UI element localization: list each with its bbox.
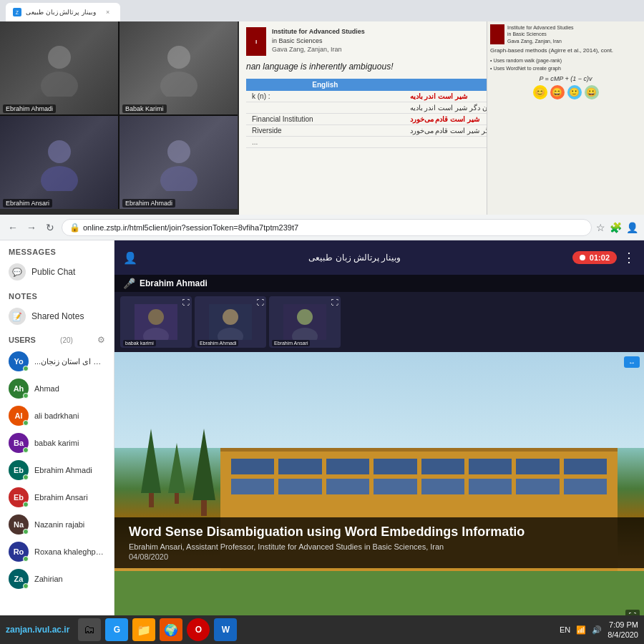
user-item-ebrahim-ahmadi[interactable]: Eb Ebrahim Ahmadi bbox=[0, 457, 114, 484]
taskbar-app-folder[interactable]: 📁 bbox=[132, 618, 155, 641]
sidebar-item-shared-notes[interactable]: 📝 Shared Notes bbox=[0, 303, 114, 329]
taskbar-app-files[interactable]: 🗂 bbox=[78, 618, 101, 641]
speaker-icon: 🔊 bbox=[592, 625, 602, 635]
taskbar-time: 7:09 PM 8/4/2020 bbox=[608, 620, 638, 640]
user-profile-icon[interactable]: 👤 bbox=[123, 251, 137, 265]
video-name-1: Ebrahim Ahmadi bbox=[3, 104, 56, 113]
users-count: (20) bbox=[60, 336, 73, 344]
user-item-ebrahim-ansari[interactable]: Eb Ebrahim Ansari bbox=[0, 484, 114, 511]
rs-slide-title: Graph-based methods (Agirre et al., 2014… bbox=[490, 47, 641, 54]
more-options-icon[interactable]: ⋮ bbox=[623, 250, 635, 265]
back-button[interactable]: ← bbox=[6, 220, 20, 235]
video-name-4: Ebrahim Ahmadi bbox=[122, 199, 175, 208]
rs-logo-box bbox=[490, 24, 504, 44]
avatar-initials: Ah bbox=[14, 384, 24, 393]
user-item-you[interactable]: Yo ...رفه ای استان زنجان (You) bbox=[0, 348, 114, 375]
rs-bullets: • Uses random walk (page-rank) • Uses Wo… bbox=[490, 57, 641, 72]
video-cell-1: Ebrahim Ahmadi bbox=[0, 21, 118, 114]
user-avatar-ebrahim-ansari: Eb bbox=[9, 487, 29, 507]
user-item-ahmad[interactable]: Ah Ahmad bbox=[0, 375, 114, 402]
sidebar-item-public-chat[interactable]: 💬 Public Chat bbox=[0, 259, 114, 285]
avatar-initials: Al bbox=[15, 411, 23, 420]
user-item-nazanin[interactable]: Na Nazanin rajabi bbox=[0, 511, 114, 538]
user-item-zahirian[interactable]: Za Zahirian bbox=[0, 565, 114, 592]
col-english: English bbox=[246, 79, 404, 91]
url-bar[interactable]: 🔒 online.zstp.ir/html5client/join?sessio… bbox=[62, 219, 592, 236]
online-indicator bbox=[23, 556, 29, 562]
video-cell-3: Ebrahim Ansari bbox=[0, 116, 118, 209]
sidebar: MESSAGES 💬 Public Chat NOTES 📝 Shared No… bbox=[0, 240, 114, 644]
rs-smileys: 😊 😄 🙂 😀 bbox=[490, 85, 641, 99]
tab-favicon: Z bbox=[13, 8, 21, 16]
building-windows bbox=[220, 452, 618, 502]
opera-icon: O bbox=[195, 625, 202, 635]
bookmark-icon[interactable]: ☆ bbox=[596, 222, 605, 233]
slide-date: 04/08/2020 bbox=[129, 552, 630, 561]
person-silhouette-2 bbox=[119, 21, 238, 114]
taskbar-app-word[interactable]: W bbox=[214, 618, 237, 641]
online-indicator bbox=[23, 420, 29, 426]
mini-video-person-1 bbox=[135, 304, 177, 340]
smiley-4: 😀 bbox=[585, 85, 599, 99]
user-avatar-ali: Al bbox=[9, 406, 29, 426]
time-display: 7:09 PM bbox=[608, 620, 638, 630]
recording-indicator: 01:02 bbox=[572, 251, 617, 264]
user-avatar-babak: Ba bbox=[9, 433, 29, 453]
user-name-you: ...رفه ای استان زنجان (You) bbox=[34, 357, 105, 366]
trees bbox=[141, 429, 215, 516]
account-icon[interactable]: 👤 bbox=[626, 222, 638, 233]
expand-icon-3[interactable]: ⛶ bbox=[331, 298, 338, 306]
online-indicator bbox=[23, 529, 29, 535]
notes-section-title: NOTES bbox=[0, 285, 114, 303]
user-avatar-nazanin: Na bbox=[9, 514, 29, 535]
tab-title: وبینار پرتالش زبان طبیعی bbox=[26, 9, 96, 16]
taskbar-app-browser[interactable]: G bbox=[105, 618, 128, 641]
forward-button[interactable]: → bbox=[24, 220, 39, 235]
files-icon: 🗂 bbox=[84, 623, 95, 636]
user-name-ali: ali badrkhani bbox=[34, 411, 79, 420]
messages-section-title: MESSAGES bbox=[0, 240, 114, 259]
user-avatar-ebrahim-ahmadi: Eb bbox=[9, 460, 29, 480]
person-silhouette-1 bbox=[0, 21, 118, 114]
user-name-roxana: Roxana khaleghpar... bbox=[34, 547, 105, 556]
active-tab[interactable]: Z وبینار پرتالش زبان طبیعی × bbox=[6, 3, 120, 21]
extension-icon[interactable]: 🧩 bbox=[610, 222, 622, 233]
expand-icon-1[interactable]: ⛶ bbox=[182, 298, 190, 306]
user-item-ali[interactable]: Al ali badrkhani bbox=[0, 402, 114, 429]
rs-logo-row: Institute for Advanced Studiesin Basic S… bbox=[490, 24, 641, 44]
user-name-ebrahim-ansari: Ebrahim Ansari bbox=[34, 493, 88, 502]
firefox-icon: 🌍 bbox=[164, 623, 178, 637]
cell-key: Riverside bbox=[246, 125, 404, 137]
rs-formula: P = cMP + (1 − c)v bbox=[490, 75, 641, 82]
mini-video-2[interactable]: Ebrahim Ahmadi ⛶ bbox=[195, 296, 266, 348]
expand-icon: ↔ bbox=[628, 358, 635, 366]
slide-expand-button[interactable]: ↔ bbox=[624, 356, 640, 368]
person-silhouette-3 bbox=[0, 116, 118, 209]
svg-point-1 bbox=[41, 72, 78, 97]
svg-point-3 bbox=[160, 72, 197, 97]
slide-main-title: Word Sense Disambiguation using Word Emb… bbox=[129, 525, 630, 540]
browser-address-bar: ← → ↻ 🔒 online.zstp.ir/html5client/join?… bbox=[0, 215, 644, 240]
tab-close-btn[interactable]: × bbox=[103, 7, 113, 17]
date-display: 8/4/2020 bbox=[608, 630, 638, 640]
expand-icon-2[interactable]: ⛶ bbox=[257, 298, 264, 306]
folder-icon: 📁 bbox=[137, 623, 151, 637]
mini-video-3[interactable]: Ebrahim Ansari ⛶ bbox=[269, 296, 341, 348]
cell-key bbox=[246, 102, 404, 114]
cell-key: k (n) : bbox=[246, 91, 404, 102]
user-item-babak[interactable]: Ba babak karimi bbox=[0, 429, 114, 457]
mini-video-1[interactable]: babak karimi ⛶ bbox=[120, 296, 192, 348]
taskbar-app-firefox[interactable]: 🌍 bbox=[160, 618, 182, 641]
main-content: 👤 وبینار پرتالش زبان طبیعی 01:02 ⋮ 🎤 Ebr… bbox=[114, 240, 644, 644]
slide-title-overlay: Word Sense Disambiguation using Word Emb… bbox=[114, 517, 644, 568]
mini-video-label-1: babak karimi bbox=[123, 340, 156, 346]
taskbar-app-opera[interactable]: O bbox=[187, 618, 210, 641]
users-section-title: USERS bbox=[9, 336, 36, 344]
refresh-button[interactable]: ↻ bbox=[43, 220, 57, 235]
svg-point-6 bbox=[167, 140, 190, 163]
users-settings-icon[interactable]: ⚙ bbox=[97, 335, 105, 345]
notes-icon: 📝 bbox=[9, 308, 26, 325]
url-text: online.zstp.ir/html5client/join?sessionT… bbox=[83, 223, 298, 232]
user-item-roxana[interactable]: Ro Roxana khaleghpar... bbox=[0, 538, 114, 565]
word-icon: W bbox=[222, 625, 230, 635]
